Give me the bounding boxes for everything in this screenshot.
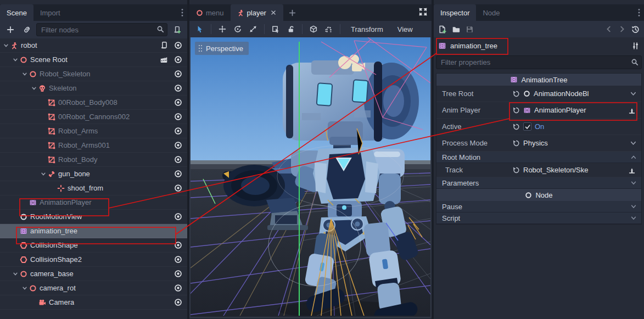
eye-icon[interactable]	[171, 53, 185, 66]
lock-button[interactable]	[284, 23, 298, 36]
save-resource-icon[interactable]	[466, 25, 474, 33]
inspector-menu-icon[interactable]	[637, 8, 641, 17]
eye-icon[interactable]	[171, 153, 185, 166]
chevron-down-icon[interactable]	[21, 285, 29, 292]
revert-icon[interactable]	[512, 139, 520, 147]
eye-icon[interactable]	[171, 96, 185, 109]
tab-inspector[interactable]: Inspector	[434, 4, 476, 21]
chevron-down-icon[interactable]	[40, 156, 47, 163]
chevron-down-icon[interactable]	[12, 271, 19, 277]
eye-icon[interactable]	[171, 210, 185, 223]
tab-menu-scene[interactable]: menu	[189, 4, 231, 21]
tab-scene[interactable]: Scene	[0, 4, 33, 21]
scale-tool-button[interactable]	[246, 23, 260, 36]
chevron-down-icon[interactable]	[630, 90, 638, 97]
tree-row-rootmotionview[interactable]: RootMotionView	[0, 210, 187, 224]
add-node-button[interactable]	[3, 23, 18, 36]
group-button[interactable]	[306, 23, 321, 36]
select-tool-button[interactable]	[193, 23, 207, 36]
tab-player-scene[interactable]: player	[231, 4, 283, 21]
perspective-menu[interactable]: Perspective	[195, 42, 249, 55]
rotate-tool-button[interactable]	[231, 23, 245, 36]
chevron-down-icon[interactable]	[40, 171, 47, 177]
revert-icon[interactable]	[512, 123, 520, 131]
eye-icon[interactable]	[171, 282, 185, 295]
move-tool-button[interactable]	[215, 23, 229, 36]
new-scene-tab-button[interactable]	[283, 4, 301, 21]
track-value[interactable]: Robot_Skeleton/Ske	[523, 166, 638, 174]
chevron-down-icon[interactable]	[30, 299, 38, 306]
load-resource-icon[interactable]	[452, 25, 460, 33]
filter-properties-input[interactable]	[436, 55, 642, 69]
eye-icon[interactable]	[171, 39, 185, 52]
active-checkbox[interactable]	[523, 122, 531, 131]
extra-tools-icon[interactable]	[631, 42, 640, 50]
filter-nodes-input[interactable]	[36, 23, 167, 36]
distraction-free-icon[interactable]	[419, 8, 427, 16]
chevron-down-icon[interactable]	[49, 185, 57, 192]
chevron-down-icon[interactable]	[40, 128, 47, 135]
chevron-down-icon[interactable]	[12, 228, 19, 234]
tree-row-scene-root[interactable]: Scene Root	[0, 53, 187, 67]
tree-row-collisionshape2[interactable]: CollisionShape2	[0, 253, 187, 267]
eye-icon[interactable]	[171, 139, 185, 152]
tree-row-camera-rot[interactable]: camera_rot	[0, 281, 187, 295]
instance-scene-button[interactable]	[20, 23, 34, 36]
eye-icon[interactable]	[171, 267, 185, 281]
tree-row-robot-body[interactable]: Robot_Body	[0, 153, 187, 167]
tree-row-camera-base[interactable]: camera_base	[0, 267, 187, 281]
chevron-down-icon[interactable]	[630, 139, 638, 147]
close-icon[interactable]	[270, 9, 277, 16]
chevron-down-icon[interactable]	[40, 114, 47, 120]
eye-icon[interactable]	[171, 110, 185, 124]
chevron-down-icon[interactable]	[21, 199, 29, 206]
chevron-down-icon[interactable]	[40, 142, 47, 149]
transform-menu[interactable]: Transform	[344, 25, 390, 33]
tab-import[interactable]: Import	[33, 4, 67, 21]
tab-node[interactable]: Node	[476, 4, 506, 21]
tree-row-camera[interactable]: Camera	[0, 295, 187, 310]
eye-icon[interactable]	[171, 296, 185, 309]
anim-player-value[interactable]: AnimationPlayer	[523, 106, 638, 114]
eye-icon[interactable]	[171, 167, 185, 181]
object-history-icon[interactable]	[631, 25, 640, 33]
eye-icon[interactable]	[171, 82, 185, 95]
history-forward-icon[interactable]	[618, 25, 626, 33]
script-icon[interactable]	[156, 39, 171, 52]
section-script[interactable]: Script	[436, 212, 641, 224]
eye-icon[interactable]	[171, 68, 185, 81]
revert-icon[interactable]	[512, 90, 520, 98]
viewport-3d[interactable]: Perspective	[189, 37, 432, 318]
chevron-down-icon[interactable]	[21, 71, 29, 77]
chevron-down-icon[interactable]	[2, 42, 10, 49]
revert-icon[interactable]	[512, 166, 520, 174]
select-list-button[interactable]	[268, 23, 283, 36]
chevron-down-icon[interactable]	[12, 214, 19, 220]
section-parameters[interactable]: Parameters	[436, 177, 641, 189]
tree-row-robot-skeleton[interactable]: Robot_Skeleton	[0, 67, 187, 81]
tree-row-gun-bone[interactable]: gun_bone	[0, 167, 187, 181]
movie-clapper-icon[interactable]	[156, 53, 171, 66]
section-pause[interactable]: Pause	[436, 201, 641, 212]
tree-row-robot-arms001[interactable]: Robot_Arms001	[0, 138, 187, 153]
chevron-down-icon[interactable]	[40, 99, 47, 106]
chevron-down-icon[interactable]	[12, 57, 19, 63]
eye-icon[interactable]	[171, 125, 185, 138]
assign-node-icon[interactable]	[628, 166, 638, 174]
chevron-down-icon[interactable]	[12, 256, 19, 263]
eye-icon[interactable]	[171, 239, 185, 252]
tree-row-00robot-cannons002[interactable]: 00Robot_Cannons002	[0, 110, 187, 124]
history-back-icon[interactable]	[605, 25, 613, 33]
assign-node-icon[interactable]	[628, 107, 638, 114]
eye-icon[interactable]	[171, 253, 185, 266]
snap-button[interactable]	[322, 23, 336, 36]
eye-icon[interactable]	[171, 182, 185, 195]
new-resource-icon[interactable]	[438, 25, 446, 33]
process-mode-dropdown[interactable]: Physics	[523, 139, 638, 147]
tree-row-animationplayer[interactable]: AnimationPlayer	[0, 195, 187, 210]
tree-row-robot-arms[interactable]: Robot_Arms	[0, 124, 187, 138]
tree-root-value[interactable]: AnimationNodeBl	[523, 89, 638, 98]
chevron-down-icon[interactable]	[12, 242, 19, 249]
tree-row-robot[interactable]: robot	[0, 38, 187, 53]
chevron-down-icon[interactable]	[30, 85, 38, 92]
